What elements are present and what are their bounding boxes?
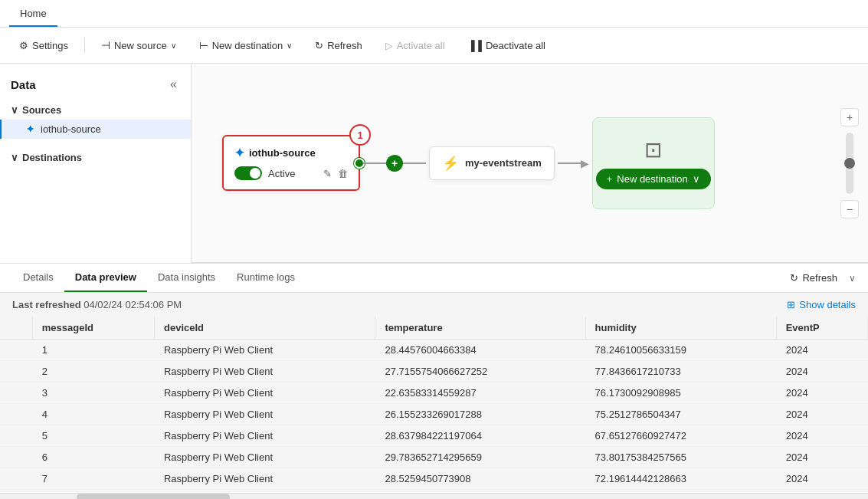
arrow-line-1 bbox=[363, 163, 386, 164]
table-body: 1Raspberry Pi Web Client28.4457600466338… bbox=[0, 340, 868, 490]
settings-icon: ⚙ bbox=[19, 40, 28, 51]
refresh-toolbar-button[interactable]: ↻ Refresh bbox=[305, 34, 372, 57]
node-actions: ✎ 🗑 bbox=[323, 168, 348, 179]
table-row: 4Raspberry Pi Web Client26.1552332690172… bbox=[0, 404, 868, 425]
table-cell: 2024 bbox=[776, 468, 867, 490]
canvas-content: 1 ✦ iothub-source Active ✎ 🗑 bbox=[192, 64, 868, 262]
table-row: 7Raspberry Pi Web Client28.5259450773908… bbox=[0, 468, 868, 490]
panel-refresh-button[interactable]: ↻ Refresh bbox=[783, 268, 844, 287]
table-cell: 29.783652714295659 bbox=[375, 447, 585, 468]
table-cell: 77.8436617210733 bbox=[585, 361, 776, 382]
sources-section-header[interactable]: ∨ Sources bbox=[0, 100, 191, 120]
table-row: 1Raspberry Pi Web Client28.4457600466338… bbox=[0, 340, 868, 361]
main-layout: Data « ∨ Sources ✦ iothub-source ∨ Desti… bbox=[0, 64, 868, 499]
active-toggle[interactable] bbox=[234, 166, 262, 180]
table-cell: 73.80175384257565 bbox=[585, 447, 776, 468]
deactivate-all-icon: ▐▐ bbox=[468, 40, 482, 51]
horizontal-scrollbar[interactable] bbox=[0, 493, 868, 499]
source-node[interactable]: ✦ iothub-source Active ✎ 🗑 bbox=[222, 135, 360, 191]
arrow-connector-1: + bbox=[363, 155, 426, 172]
col-deviceid: deviceId bbox=[154, 317, 375, 340]
col-messageid bbox=[0, 317, 32, 340]
zoom-slider-thumb[interactable] bbox=[844, 158, 855, 169]
table-cell: Raspberry Pi Web Client bbox=[154, 340, 375, 361]
row-spacer bbox=[0, 425, 32, 447]
callout-badge-1: 1 bbox=[349, 124, 371, 146]
stream-icon: ⚡ bbox=[442, 155, 459, 172]
new-destination-button[interactable]: ⊢ New destination ∨ bbox=[189, 34, 303, 57]
source-node-icon: ✦ bbox=[234, 146, 244, 160]
table-cell: 2024 bbox=[776, 361, 867, 382]
arrow-line-2 bbox=[403, 163, 426, 164]
table-cell: 2024 bbox=[776, 340, 867, 361]
dest-placeholder-icon: ⊡ bbox=[644, 137, 662, 163]
plus-circle[interactable]: + bbox=[386, 155, 403, 172]
sources-chevron-icon: ∨ bbox=[11, 104, 18, 116]
zoom-out-button[interactable]: − bbox=[840, 200, 859, 218]
table-cell: Raspberry Pi Web Client bbox=[154, 425, 375, 447]
source-item-icon: ✦ bbox=[26, 123, 34, 135]
sidebar-collapse-button[interactable]: « bbox=[167, 76, 180, 93]
sidebar-item-iothub-source[interactable]: ✦ iothub-source bbox=[0, 120, 191, 139]
destination-node: ⊡ + New destination ∨ bbox=[592, 117, 715, 209]
table-cell: Raspberry Pi Web Client bbox=[154, 361, 375, 382]
source-node-wrapper: 1 ✦ iothub-source Active ✎ 🗑 bbox=[222, 135, 360, 191]
active-label: Active bbox=[268, 168, 295, 179]
table-header-row: messageId deviceId temperature humidity … bbox=[0, 317, 868, 340]
col-temperature: temperature bbox=[375, 317, 585, 340]
activate-all-button[interactable]: ▷ Activate all bbox=[375, 34, 455, 57]
delete-icon[interactable]: 🗑 bbox=[338, 168, 348, 179]
tab-runtime-logs[interactable]: Runtime logs bbox=[226, 264, 306, 292]
last-refreshed-value: 04/02/24 02:54:06 PM bbox=[84, 299, 182, 310]
table-row: 3Raspberry Pi Web Client22.6358331455928… bbox=[0, 382, 868, 404]
zoom-in-button[interactable]: + bbox=[840, 108, 859, 126]
table-cell: Raspberry Pi Web Client bbox=[154, 404, 375, 425]
arrow-connector-2: ▶ bbox=[558, 157, 589, 169]
table-row: 5Raspberry Pi Web Client28.6379842211970… bbox=[0, 425, 868, 447]
zoom-slider[interactable] bbox=[846, 133, 853, 194]
data-table-wrap: messageId deviceId temperature humidity … bbox=[0, 317, 868, 493]
destinations-section: ∨ Destinations bbox=[0, 142, 191, 170]
scrollbar-thumb[interactable] bbox=[77, 494, 230, 499]
last-refreshed-label: Last refreshed bbox=[12, 299, 81, 310]
new-source-button[interactable]: ⊣ New source ∨ bbox=[91, 34, 186, 57]
row-spacer bbox=[0, 382, 32, 404]
show-details-icon: ⊞ bbox=[787, 299, 795, 310]
table-cell: 28.637984221197064 bbox=[375, 425, 585, 447]
table-cell: 27.7155754066627252 bbox=[375, 361, 585, 382]
new-source-chevron-icon: ∨ bbox=[171, 41, 176, 50]
destinations-section-header[interactable]: ∨ Destinations bbox=[0, 148, 191, 167]
table-cell: 2024 bbox=[776, 404, 867, 425]
sidebar: Data « ∨ Sources ✦ iothub-source ∨ Desti… bbox=[0, 64, 192, 263]
col-eventp: EventP bbox=[776, 317, 867, 340]
panel-refresh-label: Refresh bbox=[802, 272, 837, 284]
source-node-name: iothub-source bbox=[249, 147, 316, 159]
source-node-title: ✦ iothub-source bbox=[234, 146, 348, 160]
new-source-icon: ⊣ bbox=[101, 39, 110, 51]
table-cell: 76.1730092908985 bbox=[585, 382, 776, 404]
panel-tabs: Details Data preview Data insights Runti… bbox=[0, 264, 868, 293]
edit-icon[interactable]: ✎ bbox=[323, 168, 332, 179]
table-cell: Raspberry Pi Web Client bbox=[154, 447, 375, 468]
sources-section: ∨ Sources ✦ iothub-source bbox=[0, 97, 191, 142]
show-details-button[interactable]: ⊞ Show details bbox=[787, 299, 856, 310]
table-cell: 5 bbox=[32, 425, 154, 447]
refresh-toolbar-icon: ↻ bbox=[315, 40, 323, 51]
stream-node[interactable]: ⚡ my-eventstream bbox=[429, 146, 555, 180]
settings-button[interactable]: ⚙ Settings bbox=[9, 34, 78, 57]
deactivate-all-button[interactable]: ▐▐ Deactivate all bbox=[458, 34, 555, 57]
tab-data-preview[interactable]: Data preview bbox=[64, 264, 147, 292]
home-tab[interactable]: Home bbox=[9, 2, 57, 27]
col-humidity: humidity bbox=[585, 317, 776, 340]
panel-chevron-icon[interactable]: ∨ bbox=[849, 273, 856, 284]
source-item-label: iothub-source bbox=[41, 123, 101, 135]
new-destination-label: New destination bbox=[212, 40, 283, 51]
arrow-line-3 bbox=[558, 163, 581, 164]
new-destination-canvas-button[interactable]: + New destination ∨ bbox=[596, 169, 711, 189]
table-cell: 28.5259450773908 bbox=[375, 468, 585, 490]
table-cell: 26.155233269017288 bbox=[375, 404, 585, 425]
stream-name: my-eventstream bbox=[465, 157, 542, 169]
tab-data-insights[interactable]: Data insights bbox=[147, 264, 226, 292]
table-row: 2Raspberry Pi Web Client27.7155754066627… bbox=[0, 361, 868, 382]
tab-details[interactable]: Details bbox=[12, 264, 64, 292]
